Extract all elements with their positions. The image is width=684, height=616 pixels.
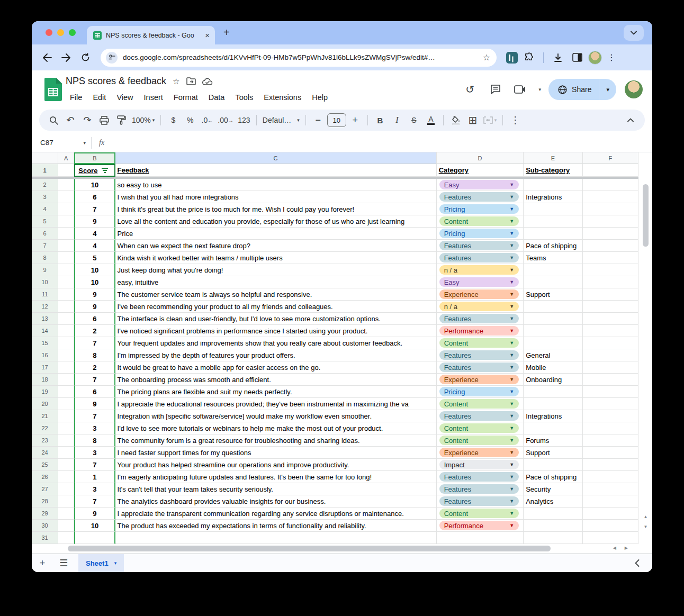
cell-score[interactable]: 8 bbox=[74, 434, 115, 447]
decrease-decimals-button[interactable]: .0← bbox=[199, 112, 215, 128]
cell-f[interactable] bbox=[583, 252, 638, 264]
reload-button[interactable] bbox=[77, 50, 93, 66]
cell-subcategory[interactable]: Integrations bbox=[524, 191, 582, 203]
row-number[interactable]: 28 bbox=[32, 495, 58, 508]
row-number[interactable]: 31 bbox=[32, 532, 58, 544]
cell-score[interactable]: 7 bbox=[74, 495, 115, 508]
cell-a[interactable] bbox=[58, 191, 74, 203]
cloud-saved-icon[interactable] bbox=[202, 78, 213, 85]
cell-category[interactable]: Impact ▼ bbox=[437, 459, 524, 471]
cell-f[interactable] bbox=[583, 471, 638, 483]
cell-f[interactable] bbox=[583, 520, 638, 532]
column-header-d[interactable]: D bbox=[437, 152, 524, 164]
category-chip[interactable]: Features ▼ bbox=[439, 484, 519, 494]
cell-feedback[interactable]: I need faster support times for my quest… bbox=[115, 447, 437, 459]
row-number[interactable]: 17 bbox=[32, 361, 58, 374]
strikethrough-button[interactable]: S bbox=[406, 112, 422, 128]
row-number[interactable]: 22 bbox=[32, 422, 58, 434]
row-number[interactable]: 19 bbox=[32, 386, 58, 398]
cell-f[interactable] bbox=[583, 264, 638, 276]
cell-category[interactable]: Experience ▼ bbox=[437, 288, 524, 301]
tab-search-button[interactable] bbox=[624, 25, 644, 41]
row-number[interactable]: 6 bbox=[32, 228, 58, 240]
cell-score[interactable]: 2 bbox=[74, 325, 115, 337]
font-size-input[interactable]: 10 bbox=[327, 113, 346, 127]
borders-button[interactable]: ⊞ bbox=[465, 112, 481, 128]
cell-category[interactable]: Features ▼ bbox=[437, 240, 524, 252]
cell-score[interactable]: 4 bbox=[74, 240, 115, 252]
cell-f[interactable] bbox=[583, 301, 638, 313]
comments-icon[interactable] bbox=[487, 80, 505, 98]
cell-category[interactable]: Features ▼ bbox=[437, 361, 524, 374]
category-chip[interactable]: Experience ▼ bbox=[439, 448, 519, 457]
cell-score[interactable]: 10 bbox=[74, 264, 115, 276]
cell-score[interactable]: 10 bbox=[74, 276, 115, 288]
scroll-up-icon[interactable]: ▲ bbox=[644, 514, 648, 519]
cell-feedback[interactable]: I appreciate the transparent communicati… bbox=[115, 508, 437, 520]
cell-f[interactable] bbox=[583, 179, 638, 191]
new-tab-button[interactable]: + bbox=[223, 27, 230, 38]
cell-f[interactable] bbox=[583, 337, 638, 349]
format-currency-button[interactable]: $ bbox=[165, 112, 181, 128]
cell-feedback-header[interactable]: Feedback bbox=[115, 164, 437, 177]
horizontal-scrollbar[interactable]: ◀ ▶ bbox=[32, 544, 652, 554]
select-all-corner[interactable] bbox=[32, 152, 58, 164]
row-number[interactable]: 11 bbox=[32, 288, 58, 301]
cell-f[interactable] bbox=[583, 447, 638, 459]
sheets-logo[interactable] bbox=[44, 78, 62, 101]
cell-category[interactable]: Features ▼ bbox=[437, 483, 524, 495]
share-button[interactable]: Share bbox=[548, 79, 599, 100]
cell-category[interactable]: Pricing ▼ bbox=[437, 203, 524, 215]
row-number[interactable]: 3 bbox=[32, 191, 58, 203]
fill-color-button[interactable] bbox=[448, 112, 464, 128]
category-chip[interactable]: Features ▼ bbox=[439, 472, 519, 482]
cell-f[interactable] bbox=[583, 422, 638, 434]
cell-subcategory[interactable]: Analytics bbox=[524, 495, 582, 508]
scroll-left-icon[interactable]: ◀ bbox=[613, 546, 616, 550]
category-chip[interactable]: Experience ▼ bbox=[439, 375, 519, 384]
close-tab-icon[interactable]: × bbox=[205, 31, 210, 39]
category-chip[interactable]: Content ▼ bbox=[439, 423, 519, 433]
cell-subcategory[interactable]: Support bbox=[524, 288, 582, 301]
column-header-c[interactable]: C bbox=[115, 152, 437, 164]
cell-a[interactable] bbox=[58, 203, 74, 215]
cell-a[interactable] bbox=[58, 240, 74, 252]
cell-subcategory[interactable] bbox=[524, 264, 582, 276]
cell-category[interactable]: Easy ▼ bbox=[437, 179, 524, 191]
menu-file[interactable]: File bbox=[66, 92, 86, 103]
undo-button[interactable]: ↶ bbox=[62, 112, 78, 128]
row-number[interactable]: 13 bbox=[32, 313, 58, 325]
cell-feedback[interactable]: so easy to use bbox=[115, 179, 437, 191]
cell-subcategory[interactable] bbox=[524, 520, 582, 532]
row-number[interactable]: 9 bbox=[32, 264, 58, 276]
category-chip[interactable]: Content ▼ bbox=[439, 436, 519, 445]
cell-feedback[interactable]: Your product has helped streamline our o… bbox=[115, 459, 437, 471]
cell-a[interactable] bbox=[58, 410, 74, 422]
cell-category[interactable]: Features ▼ bbox=[437, 471, 524, 483]
cell-category[interactable]: Performance ▼ bbox=[437, 325, 524, 337]
filter-icon[interactable] bbox=[102, 168, 108, 173]
cell-a[interactable] bbox=[58, 495, 74, 508]
cell-f[interactable] bbox=[583, 532, 638, 544]
column-header-e[interactable]: E bbox=[524, 152, 582, 164]
cell-category[interactable]: Content ▼ bbox=[437, 398, 524, 410]
star-document-icon[interactable]: ☆ bbox=[173, 77, 179, 86]
paint-format-button[interactable] bbox=[113, 112, 129, 128]
horizontal-scrollbar-thumb[interactable] bbox=[68, 546, 551, 551]
cell-f[interactable] bbox=[583, 240, 638, 252]
add-sheet-button[interactable]: + bbox=[32, 558, 53, 569]
row-number[interactable]: 29 bbox=[32, 508, 58, 520]
italic-button[interactable]: I bbox=[389, 112, 405, 128]
search-menus-icon[interactable] bbox=[46, 112, 61, 128]
cell-a[interactable] bbox=[58, 252, 74, 264]
redo-button[interactable]: ↷ bbox=[79, 112, 95, 128]
row-number[interactable]: 15 bbox=[32, 337, 58, 349]
cell-feedback[interactable]: It would be great to have a mobile app f… bbox=[115, 361, 437, 374]
row-number[interactable]: 26 bbox=[32, 471, 58, 483]
cell-score[interactable]: 3 bbox=[74, 422, 115, 434]
cell-f[interactable] bbox=[583, 325, 638, 337]
category-chip[interactable]: Easy ▼ bbox=[439, 180, 519, 189]
merge-cells-button[interactable]: ▾ bbox=[482, 112, 499, 128]
cell-a[interactable] bbox=[58, 471, 74, 483]
row-number[interactable]: 10 bbox=[32, 276, 58, 288]
